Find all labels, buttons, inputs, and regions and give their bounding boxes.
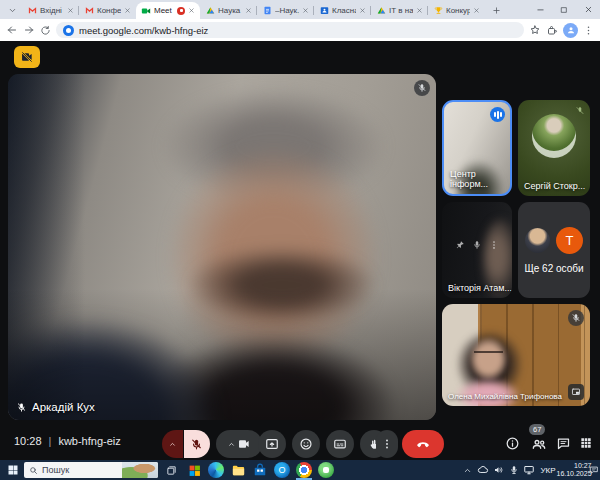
- tab-title: ІТ в науц: [389, 6, 413, 15]
- network-tray-button[interactable]: [521, 460, 537, 480]
- mic-muted-indicator: [568, 310, 584, 326]
- avatar: [532, 114, 576, 158]
- edge-button[interactable]: [206, 460, 226, 480]
- close-icon[interactable]: [188, 7, 195, 14]
- plus-icon: [492, 6, 501, 15]
- mic-muted-indicator: [414, 80, 430, 96]
- forward-button[interactable]: [23, 24, 35, 36]
- profile-avatar[interactable]: [563, 23, 578, 38]
- bookmark-star-icon[interactable]: [529, 24, 541, 36]
- hidden-icons-button[interactable]: [460, 460, 474, 480]
- leave-call-button[interactable]: [402, 430, 444, 458]
- tab-inbox[interactable]: Вхідні (10: [22, 2, 79, 19]
- tab-title: Наука – G: [218, 6, 242, 15]
- reload-button[interactable]: [40, 25, 51, 36]
- participant-name-label: Вікторія Атам...: [448, 283, 512, 293]
- mic-off-icon: [16, 402, 27, 413]
- mic-off-icon: [571, 313, 581, 323]
- outlook-button[interactable]: O: [272, 460, 292, 480]
- close-icon[interactable]: [359, 7, 366, 14]
- pin-icon[interactable]: [455, 240, 465, 250]
- messenger-button[interactable]: [316, 460, 336, 480]
- people-panel-button[interactable]: [531, 436, 547, 452]
- close-icon[interactable]: [67, 7, 74, 14]
- chrome-button[interactable]: [294, 460, 314, 480]
- taskbar-clock[interactable]: 10:27 16.10.2025: [558, 460, 590, 480]
- activities-button[interactable]: [579, 436, 593, 450]
- minimize-button[interactable]: [528, 0, 552, 19]
- maximize-button[interactable]: [552, 0, 576, 19]
- tile-centr-inform[interactable]: Центр інформ...: [442, 100, 512, 196]
- chevron-down-icon: [8, 6, 17, 15]
- taskbar-search[interactable]: Пошук: [24, 462, 158, 478]
- tab-it-science[interactable]: ІТ в науц: [371, 2, 428, 19]
- tab-nauk-doc[interactable]: –Наук.ді: [257, 2, 314, 19]
- back-button[interactable]: [6, 24, 18, 36]
- more-options-button[interactable]: [376, 430, 398, 458]
- reactions-button[interactable]: [292, 430, 320, 458]
- close-window-button[interactable]: [576, 0, 600, 19]
- file-explorer-button[interactable]: [228, 460, 248, 480]
- language-indicator[interactable]: УКР: [538, 460, 558, 480]
- store-button[interactable]: [250, 460, 270, 480]
- tab-classroom[interactable]: Класна р: [314, 2, 371, 19]
- camera-options-chevron[interactable]: [227, 440, 236, 449]
- microphone-icon: [509, 465, 519, 475]
- onedrive-tray-button[interactable]: [475, 460, 490, 480]
- more-options-icon[interactable]: [489, 240, 499, 250]
- meeting-info: 10:28 | kwb-hfng-eiz: [14, 435, 121, 447]
- picture-in-picture-icon[interactable]: [568, 384, 584, 400]
- end-call-icon: [415, 436, 431, 452]
- close-icon[interactable]: [416, 7, 423, 14]
- volume-icon: [493, 464, 505, 476]
- chat-panel-button[interactable]: [556, 436, 571, 451]
- close-icon[interactable]: [245, 7, 252, 14]
- microphone-tray-button[interactable]: [507, 460, 520, 480]
- camera-off-icon: [20, 50, 34, 64]
- tab-conference[interactable]: Конферен: [79, 2, 136, 19]
- mic-mute-button[interactable]: [184, 430, 210, 458]
- task-view-button[interactable]: [162, 460, 180, 480]
- close-icon[interactable]: [124, 7, 131, 14]
- meet-favicon-icon: [141, 6, 151, 16]
- tab-nauka-drive[interactable]: Наука – G: [200, 2, 257, 19]
- volume-tray-button[interactable]: [491, 460, 506, 480]
- tab-title: Конферен: [97, 6, 121, 15]
- mic-icon[interactable]: [472, 240, 482, 250]
- mic-button-group: [162, 430, 210, 458]
- start-button[interactable]: [4, 460, 22, 480]
- drive-favicon-icon: [205, 6, 215, 16]
- captions-icon: [333, 437, 347, 451]
- tab-meet-active[interactable]: Meet: [136, 2, 200, 19]
- meeting-details-button[interactable]: [505, 436, 520, 451]
- tile-more-people[interactable]: T Ще 62 особи: [518, 202, 590, 298]
- new-tab-button[interactable]: [488, 2, 504, 18]
- camera-off-chip[interactable]: [14, 46, 40, 68]
- browser-menu-icon[interactable]: [583, 25, 594, 36]
- tab-search-button[interactable]: [4, 2, 20, 18]
- captions-button[interactable]: [326, 430, 354, 458]
- tile-viktoria[interactable]: Вікторія Атам...: [442, 202, 512, 298]
- chrome-icon: [296, 462, 312, 478]
- people-icon: [531, 436, 547, 452]
- tile-olena[interactable]: Олена Михайлівна Трифонова: [442, 304, 590, 406]
- present-screen-button[interactable]: [258, 430, 286, 458]
- meeting-code: kwb-hfng-eiz: [58, 435, 120, 447]
- notifications-button[interactable]: [588, 460, 600, 480]
- mic-options-chevron[interactable]: [162, 430, 183, 458]
- close-icon[interactable]: [302, 7, 309, 14]
- camera-icon: [237, 437, 251, 451]
- tab-title: Вхідні (10: [40, 6, 64, 15]
- camera-button-group[interactable]: [216, 430, 262, 458]
- extensions-icon[interactable]: [546, 24, 558, 36]
- participant-name-label: Центр інформ...: [450, 169, 510, 189]
- close-icon[interactable]: [473, 7, 480, 14]
- widgets-button[interactable]: [184, 460, 204, 480]
- site-info-icon[interactable]: [63, 25, 74, 36]
- main-video-tile[interactable]: Аркадій Кух: [8, 74, 436, 420]
- tab-contest[interactable]: Конкурс: [428, 2, 485, 19]
- address-bar[interactable]: meet.google.com/kwb-hfng-eiz: [56, 22, 524, 38]
- tray-time: 10:27: [556, 462, 591, 470]
- store-icon: [253, 463, 267, 477]
- tile-sergiy[interactable]: Сергій Стокр...: [518, 100, 590, 196]
